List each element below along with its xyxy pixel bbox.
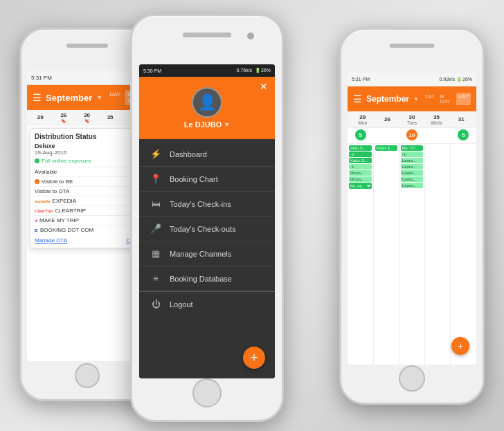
avatar: 👤 bbox=[192, 87, 222, 118]
dist-row-cleartrip: ClearTrip CLEARTRIP 5 bbox=[35, 205, 139, 215]
dist-row-expedia: expedia EXPEDIA 5 bbox=[35, 196, 139, 205]
cal-day-1: 29 bbox=[30, 114, 51, 120]
menu-item-database[interactable]: ≡ Booking Database bbox=[139, 266, 275, 291]
center-time: 5:30 PM bbox=[143, 68, 161, 73]
menu-item-checkins[interactable]: 🛏 Today's Check-ins bbox=[139, 192, 275, 217]
right-header: ☰ September ▼ DAY M DAY LIST bbox=[348, 86, 476, 111]
right-cal-header: 29 Mon 26 30 Tues 35 Weds bbox=[348, 111, 476, 128]
fab-button-right[interactable]: + bbox=[451, 337, 469, 355]
left-header: ☰ September ▼ DAY M DAY bbox=[27, 85, 147, 110]
camera-center bbox=[247, 33, 254, 39]
dashboard-icon: ⚡ bbox=[150, 149, 161, 159]
booking-chip: Laura... bbox=[401, 170, 423, 176]
booking-chip: Laura... bbox=[401, 176, 423, 182]
speaker-right bbox=[390, 44, 435, 48]
left-menu-icon[interactable]: ☰ bbox=[33, 92, 42, 103]
phone-center: 5:30 PM 0.76k/s 🔋26% ✕ 👤 Le DJUBO ▼ bbox=[130, 14, 284, 422]
center-menu: ⚡ Dashboard 📍 Booking Chart 🛏 Today's Ch… bbox=[139, 139, 275, 378]
menu-item-dashboard[interactable]: ⚡ Dashboard bbox=[139, 142, 275, 167]
cal-day-2: 26 🔖 bbox=[53, 112, 75, 123]
booking-chip: Laura... bbox=[401, 164, 423, 169]
dist-online-text: Full online exposure bbox=[42, 158, 91, 164]
speaker-left bbox=[66, 44, 108, 48]
speaker-center bbox=[183, 33, 231, 37]
menu-label-channels: Manage Channels bbox=[170, 250, 231, 258]
channels-icon: ▦ bbox=[150, 248, 161, 259]
booking-chip: Anju S... bbox=[349, 145, 372, 151]
right-cal-body: Anju S... -2- Kabir S... -1- Dhruv... Dh… bbox=[348, 144, 476, 365]
right-badges-row: 5 10 5 bbox=[348, 128, 476, 144]
cal-col-3: Ms. Tri... -1- Laura... Laura... Laura..… bbox=[399, 144, 425, 365]
booking-chip: Ms. Tri... bbox=[401, 145, 423, 151]
menu-item-checkouts[interactable]: 🎤 Today's Check-outs bbox=[139, 217, 275, 241]
cal-col-1: Anju S... -2- Kabir S... -1- Dhruv... Dh… bbox=[348, 144, 374, 365]
dist-date: 29-Aug-2016 bbox=[35, 149, 139, 156]
scene: 5:31 PM ■■■ ☰ September ▼ DAY M DAY 29 2 bbox=[0, 0, 504, 431]
cal-col-2: Kabir S... bbox=[374, 144, 399, 365]
cal-col-4 bbox=[425, 144, 451, 365]
booking-logo: B. bbox=[35, 228, 38, 232]
badge-3: 10 bbox=[406, 129, 417, 140]
mmt-logo: ✈ bbox=[35, 219, 37, 223]
user-name: Le DJUBO ▼ bbox=[184, 120, 230, 129]
dist-footer: Manage OTA Clo... bbox=[35, 237, 139, 244]
dist-room: Deluxe bbox=[35, 143, 139, 149]
left-cal-header: 29 26 🔖 30 🔖 35 31 bbox=[27, 110, 147, 125]
menu-label-logout: Logout bbox=[170, 300, 193, 309]
dist-row-mmt: ✈ MAKE MY TRIP 5 bbox=[35, 215, 139, 225]
menu-item-logout[interactable]: ⏻ Logout bbox=[139, 291, 275, 316]
right-cal-day-2: 26 bbox=[375, 116, 400, 122]
manage-ota-link[interactable]: Manage OTA bbox=[35, 237, 67, 244]
checkins-icon: 🛏 bbox=[150, 199, 161, 209]
cal-day-3: 30 🔖 bbox=[76, 112, 98, 123]
booking-chip: Laura... bbox=[401, 158, 423, 163]
right-header-title: September bbox=[366, 94, 409, 104]
booking-chip: -1- bbox=[349, 164, 372, 169]
right-cal-day-4: 35 Weds bbox=[424, 114, 449, 125]
right-time: 5:31 PM bbox=[352, 77, 370, 82]
right-stats: 0.92k/s 🔋26% bbox=[439, 77, 472, 82]
booking-chip: Kabir S... bbox=[349, 158, 372, 163]
home-button-right[interactable] bbox=[399, 365, 425, 392]
right-nav: DAY M DAY LIST bbox=[423, 93, 471, 105]
right-nav-day[interactable]: DAY bbox=[423, 93, 437, 105]
center-stats: 0.76k/s 🔋26% bbox=[237, 68, 271, 73]
dist-row-available: Available 5 bbox=[35, 167, 139, 176]
booking-chip: Kabir S... bbox=[375, 145, 397, 151]
menu-item-channels[interactable]: ▦ Manage Channels bbox=[139, 241, 275, 266]
dist-title: Distribution Status bbox=[35, 133, 139, 140]
right-nav-mday[interactable]: M DAY bbox=[438, 93, 455, 105]
booking-chip: Dhruv... bbox=[349, 176, 372, 182]
home-button-left[interactable] bbox=[75, 363, 100, 388]
booking-chip: -2- bbox=[349, 152, 372, 157]
screen-center: 5:30 PM 0.76k/s 🔋26% ✕ 👤 Le DJUBO ▼ bbox=[139, 64, 275, 378]
screen-left: 5:31 PM ■■■ ☰ September ▼ DAY M DAY 29 2 bbox=[27, 71, 147, 361]
checkouts-icon: 🎤 bbox=[150, 223, 161, 234]
badge-1: 5 bbox=[355, 129, 366, 140]
booking-chart-icon: 📍 bbox=[150, 174, 161, 184]
dist-row-booking: B. BOOKING DOT COM 5 bbox=[35, 225, 139, 235]
right-menu-icon[interactable]: ☰ bbox=[353, 93, 362, 104]
right-cal-day-1: 29 Mon bbox=[350, 114, 375, 125]
nav-tab-day[interactable]: DAY bbox=[107, 90, 123, 105]
right-nav-list[interactable]: LIST bbox=[456, 93, 471, 105]
menu-label-dashboard: Dashboard bbox=[170, 150, 207, 158]
menu-label-checkouts: Today's Check-outs bbox=[170, 225, 236, 233]
orange-dot-icon bbox=[35, 179, 39, 184]
menu-item-booking-chart[interactable]: 📍 Booking Chart bbox=[139, 167, 275, 192]
home-button-center[interactable] bbox=[192, 378, 222, 407]
right-status-bar: 5:31 PM 0.92k/s 🔋26% bbox=[348, 73, 476, 86]
close-button[interactable]: ✕ bbox=[260, 81, 268, 92]
booking-chip: Laura... bbox=[401, 183, 423, 188]
cleartrip-logo: ClearTrip bbox=[35, 209, 53, 213]
left-time: 5:31 PM bbox=[31, 75, 52, 81]
expedia-logo: expedia bbox=[35, 199, 50, 203]
green-dot-icon bbox=[35, 158, 39, 163]
fab-button-center[interactable]: + bbox=[243, 347, 265, 369]
dist-row-ota: Visible to OTA 5 bbox=[35, 186, 139, 196]
booking-chip: -1- bbox=[401, 152, 423, 157]
logout-icon: ⏻ bbox=[150, 299, 161, 309]
avatar-icon: 👤 bbox=[198, 93, 217, 111]
booking-chip: Dhruv... bbox=[349, 170, 372, 176]
menu-label-booking-chart: Booking Chart bbox=[170, 175, 218, 183]
